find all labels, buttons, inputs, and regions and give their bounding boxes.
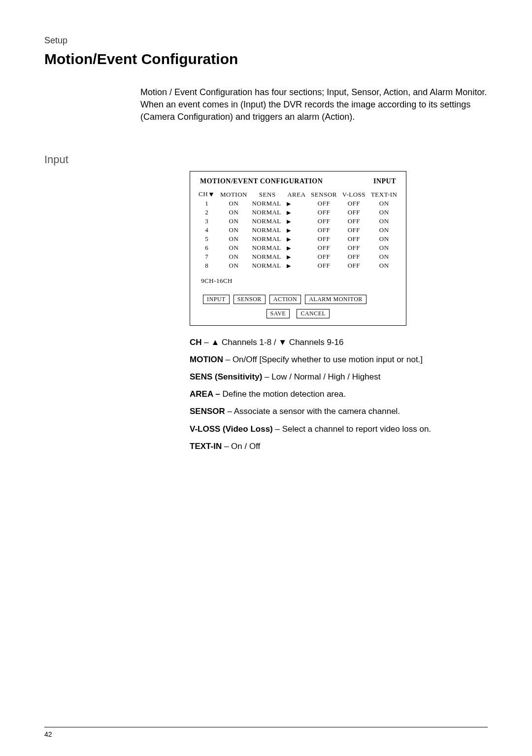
definition-item: MOTION – On/Off [Specify whether to use …: [190, 353, 488, 366]
cell-sens: NORMAL: [250, 235, 285, 243]
cell-sensor: OFF: [308, 217, 340, 226]
cell-motion: ON: [217, 199, 250, 208]
cell-sens: NORMAL: [250, 208, 285, 217]
section-label: Setup: [44, 35, 488, 46]
cell-ch: 5: [196, 235, 217, 243]
cell-textin: ON: [368, 226, 400, 235]
cell-motion: ON: [217, 226, 250, 235]
definition-item: SENS (Sensitivity) – Low / Normal / High…: [190, 370, 488, 383]
col-area: AREA: [285, 190, 308, 199]
table-row: 5ONNORMAL▶OFFOFFON: [196, 235, 400, 243]
table-row: 8ONNORMAL▶OFFOFFON: [196, 261, 400, 270]
arrow-right-icon: ▶: [287, 218, 291, 224]
cell-vloss: OFF: [339, 252, 368, 261]
cell-motion: ON: [217, 243, 250, 252]
arrow-right-icon: ▶: [287, 201, 291, 206]
definition-label: TEXT-IN: [190, 442, 222, 451]
cell-motion: ON: [217, 235, 250, 243]
cell-area[interactable]: ▶: [285, 252, 308, 261]
cell-vloss: OFF: [339, 199, 368, 208]
col-sensor: SENSOR: [308, 190, 340, 199]
cell-sens: NORMAL: [250, 243, 285, 252]
chevron-down-icon: ▼: [208, 191, 215, 199]
definition-text: – Associate a sensor with the camera cha…: [225, 407, 400, 416]
tab-input[interactable]: INPUT: [203, 295, 230, 304]
tab-sensor[interactable]: SENSOR: [233, 295, 266, 304]
page-number: 42: [44, 730, 52, 738]
definition-text: – ▲ Channels 1-8 / ▼ Channels 9-16: [202, 338, 344, 347]
cell-ch: 3: [196, 217, 217, 226]
cancel-button[interactable]: CANCEL: [297, 309, 330, 318]
cell-sensor: OFF: [308, 235, 340, 243]
arrow-right-icon: ▶: [287, 227, 291, 233]
cell-area[interactable]: ▶: [285, 243, 308, 252]
cell-area[interactable]: ▶: [285, 199, 308, 208]
cell-area[interactable]: ▶: [285, 217, 308, 226]
cell-sensor: OFF: [308, 252, 340, 261]
cell-textin: ON: [368, 243, 400, 252]
cell-sensor: OFF: [308, 226, 340, 235]
cell-area[interactable]: ▶: [285, 208, 308, 217]
page-heading: Motion/Event Configuration: [44, 51, 488, 68]
definitions-list: CH – ▲ Channels 1-8 / ▼ Channels 9-16MOT…: [190, 336, 488, 453]
cell-sensor: OFF: [308, 261, 340, 270]
cell-textin: ON: [368, 235, 400, 243]
col-motion: MOTION: [217, 190, 250, 199]
tab-action[interactable]: ACTION: [269, 295, 301, 304]
cell-area[interactable]: ▶: [285, 235, 308, 243]
cell-sens: NORMAL: [250, 261, 285, 270]
definition-label: MOTION: [190, 355, 223, 364]
cell-ch: 4: [196, 226, 217, 235]
cell-vloss: OFF: [339, 261, 368, 270]
cell-vloss: OFF: [339, 235, 368, 243]
cell-sensor: OFF: [308, 199, 340, 208]
cell-motion: ON: [217, 261, 250, 270]
cell-motion: ON: [217, 252, 250, 261]
definition-text: – Select a channel to report video loss …: [273, 424, 431, 434]
definition-item: SENSOR – Associate a sensor with the cam…: [190, 405, 488, 418]
table-row: 4ONNORMAL▶OFFOFFON: [196, 226, 400, 235]
config-title-left: MOTION/EVENT CONFIGURATION: [200, 177, 323, 185]
channel-range-label: 9CH-16CH: [196, 270, 400, 295]
cell-textin: ON: [368, 252, 400, 261]
definition-label: SENSOR: [190, 407, 225, 416]
cell-area[interactable]: ▶: [285, 261, 308, 270]
cell-sens: NORMAL: [250, 199, 285, 208]
arrow-right-icon: ▶: [287, 209, 291, 215]
cell-vloss: OFF: [339, 217, 368, 226]
cell-ch: 6: [196, 243, 217, 252]
sub-heading-input: Input: [44, 153, 488, 166]
cell-vloss: OFF: [339, 208, 368, 217]
save-button[interactable]: SAVE: [266, 309, 290, 318]
table-row: 1ONNORMAL▶OFFOFFON: [196, 199, 400, 208]
definition-label: SENS (Sensitivity): [190, 372, 262, 381]
intro-paragraph: Motion / Event Configuration has four se…: [140, 86, 488, 124]
definition-item: V-LOSS (Video Loss) – Select a channel t…: [190, 422, 488, 436]
definition-text: – On/Off [Specify whether to use motion …: [223, 355, 423, 364]
cell-sensor: OFF: [308, 243, 340, 252]
cell-area[interactable]: ▶: [285, 226, 308, 235]
cell-vloss: OFF: [339, 226, 368, 235]
cell-sens: NORMAL: [250, 226, 285, 235]
cell-sens: NORMAL: [250, 217, 285, 226]
cell-textin: ON: [368, 261, 400, 270]
config-table: CH▼ MOTION SENS AREA SENSOR V-LOSS TEXT-…: [196, 190, 400, 270]
cell-ch: 8: [196, 261, 217, 270]
col-textin: TEXT-IN: [368, 190, 400, 199]
footer-rule: [44, 727, 488, 727]
arrow-right-icon: ▶: [287, 263, 291, 269]
button-row: SAVE CANCEL: [196, 309, 400, 318]
col-vloss: V-LOSS: [339, 190, 368, 199]
definition-text: – On / Off: [222, 442, 260, 451]
definition-item: TEXT-IN – On / Off: [190, 440, 488, 453]
arrow-right-icon: ▶: [287, 236, 291, 242]
col-ch: CH: [199, 190, 208, 198]
definition-item: AREA – Define the motion detection area.: [190, 387, 488, 401]
arrow-right-icon: ▶: [287, 245, 291, 251]
cell-ch: 2: [196, 208, 217, 217]
cell-sens: NORMAL: [250, 252, 285, 261]
cell-ch: 1: [196, 199, 217, 208]
cell-textin: ON: [368, 199, 400, 208]
tab-alarm-monitor[interactable]: ALARM MONITOR: [305, 295, 366, 304]
cell-motion: ON: [217, 217, 250, 226]
